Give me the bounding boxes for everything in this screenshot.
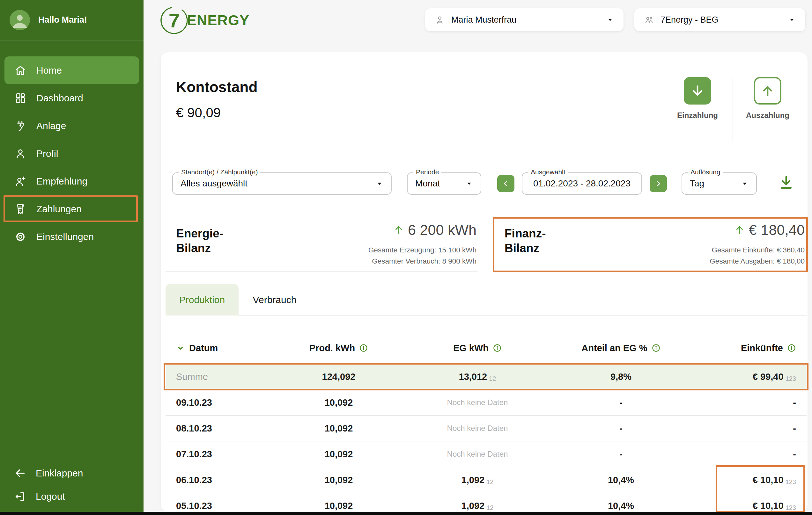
sidebar-greeting: Hallo Maria! <box>38 15 87 25</box>
organisation-select[interactable]: 7Energy - BEG <box>634 8 805 31</box>
chevron-down-icon <box>741 180 749 187</box>
energy-consumption-total: Gesamter Verbrauch: 8 900 kWh <box>368 256 476 267</box>
finance-balance-value: € 180,40 <box>734 222 805 238</box>
table-row: 07.10.23 10,092 Noch keine Daten - - <box>166 442 807 467</box>
person-icon <box>435 14 445 25</box>
logo-text: ENERGY <box>187 12 250 29</box>
date-range-label: Ausgewählt <box>528 168 568 176</box>
app-logo: 7 ENERGY <box>160 6 250 35</box>
chevron-down-icon <box>788 16 796 24</box>
finance-balance-block: Finanz- Bilanz € 180,40 Gesamte Einkünft… <box>494 218 807 272</box>
receipt-icon <box>14 203 27 215</box>
periode-select[interactable]: Periode Monat <box>407 173 481 195</box>
info-icon[interactable] <box>651 343 661 353</box>
avatar <box>9 10 30 30</box>
sidebar-item-label: Einstellungen <box>36 231 94 242</box>
summary-anteil: 9,8% <box>549 372 693 382</box>
summary-eg: 13,01212 <box>406 372 549 382</box>
user-select[interactable]: Maria Musterfrau <box>425 8 624 31</box>
divider <box>238 315 807 315</box>
sidebar-collapse-label: Einklappen <box>36 468 83 479</box>
prev-period-button[interactable] <box>497 175 515 192</box>
table-row: 06.10.23 10,092 1,09212 10,4% € 10,10123 <box>166 467 807 493</box>
sidebar-item-zahlungen[interactable]: Zahlungen <box>0 195 144 223</box>
sidebar-item-anlage[interactable]: Anlage <box>0 112 144 140</box>
finance-income-total: Gesamte Einkünfte: € 360,40 <box>709 245 805 256</box>
gear-icon <box>14 231 27 243</box>
sidebar-item-label: Dashboard <box>36 93 83 103</box>
aufloesung-select[interactable]: Auflösung Tag <box>682 173 757 195</box>
standort-select[interactable]: Standort(e) / Zählpunkt(e) Alles ausgewä… <box>172 173 392 195</box>
arrow-up-icon <box>734 225 745 236</box>
sidebar-logout[interactable]: Logout <box>0 483 144 510</box>
sidebar: Hallo Maria! Home Dashboard Anlage <box>0 0 144 515</box>
arrow-down-icon[interactable] <box>684 77 711 104</box>
info-icon[interactable] <box>493 343 502 353</box>
date-range-field[interactable]: Ausgewählt 01.02.2023 - 28.02.2023 <box>522 173 642 195</box>
logout-icon <box>14 490 26 503</box>
aufloesung-value: Tag <box>690 179 704 189</box>
sidebar-item-label: Home <box>36 65 62 76</box>
dashboard-icon <box>14 92 27 104</box>
table-summary-row: Summe 124,092 13,01212 9,8% € 99,40123 <box>166 365 807 389</box>
finance-balance-details: Gesamte Einkünfte: € 360,40 Gesamte Ausg… <box>709 245 805 267</box>
main-card: Kontostand € 90,09 Einzahlung Auszahlung… <box>161 52 808 512</box>
people-icon <box>644 14 654 25</box>
info-icon[interactable] <box>787 343 796 353</box>
sidebar-nav: Home Dashboard Anlage Profil <box>0 56 144 250</box>
tab-produktion[interactable]: Produktion <box>166 284 238 315</box>
app-screen: Hallo Maria! Home Dashboard Anlage <box>0 0 812 515</box>
aufloesung-label: Auflösung <box>688 168 723 176</box>
summary-prod: 124,092 <box>272 372 406 382</box>
finance-balance-title: Finanz- Bilanz <box>504 226 546 256</box>
arrow-up-icon[interactable] <box>754 77 781 104</box>
column-header-datum[interactable]: Datum <box>176 343 272 354</box>
table-body: 09.10.23 10,092 Noch keine Daten - - 08.… <box>166 390 807 512</box>
arrow-up-icon <box>393 225 404 236</box>
arrow-left-icon <box>14 467 26 479</box>
column-header-prod-kwh: Prod. kWh <box>272 343 406 354</box>
standort-value: Alles ausgewählt <box>180 179 248 189</box>
user-plus-icon <box>14 175 27 188</box>
table-header: Datum Prod. kWh EG kWh Anteil an EG % <box>166 334 807 362</box>
deposit-button[interactable]: Einzahlung <box>674 77 721 120</box>
periode-value: Monat <box>415 179 440 189</box>
organisation-select-value: 7Energy - BEG <box>661 15 719 25</box>
sidebar-item-label: Zahlungen <box>36 204 82 214</box>
sidebar-header: Hallo Maria! <box>0 0 144 40</box>
user-select-value: Maria Musterfrau <box>451 15 516 25</box>
column-header-einkuenfte: Einkünfte <box>693 343 796 354</box>
sidebar-item-dashboard[interactable]: Dashboard <box>0 84 144 112</box>
sort-chevron-down-icon[interactable] <box>176 343 185 353</box>
table-row: 05.10.23 10,092 1,09212 10,4% € 10,10123 <box>166 493 807 512</box>
download-button[interactable] <box>778 174 794 190</box>
sidebar-logout-label: Logout <box>36 491 65 502</box>
window-bottom-edge <box>0 512 812 515</box>
sidebar-item-home[interactable]: Home <box>4 56 139 84</box>
sidebar-item-einstellungen[interactable]: Einstellungen <box>0 223 144 250</box>
user-icon <box>14 147 27 160</box>
deposit-label: Einzahlung <box>674 111 721 120</box>
next-period-button[interactable] <box>650 175 667 192</box>
summary-label: Summe <box>176 372 272 382</box>
sidebar-item-profil[interactable]: Profil <box>0 140 144 167</box>
energy-balance-value: 6 200 kWh <box>393 222 476 238</box>
date-range-value: 01.02.2023 - 28.02.2023 <box>533 179 631 189</box>
home-icon <box>14 64 27 77</box>
balance-value: € 90,09 <box>176 105 258 120</box>
sidebar-item-label: Empfehlung <box>36 176 87 187</box>
tab-verbrauch[interactable]: Verbrauch <box>241 284 308 315</box>
sidebar-item-label: Anlage <box>36 120 66 131</box>
plug-icon <box>14 120 27 132</box>
energy-balance-block: Energie- Bilanz 6 200 kWh Gesamte Erzeug… <box>166 218 478 272</box>
standort-label: Standort(e) / Zählpunkt(e) <box>179 168 260 176</box>
chevron-down-icon <box>606 16 614 24</box>
chevron-down-icon <box>465 180 473 187</box>
sidebar-item-label: Profil <box>36 148 58 159</box>
withdraw-button[interactable]: Auszahlung <box>744 77 791 120</box>
account-balance-block: Kontostand € 90,09 <box>176 79 258 120</box>
withdraw-label: Auszahlung <box>744 111 791 120</box>
sidebar-item-empfehlung[interactable]: Empfehlung <box>0 167 144 195</box>
finance-expenses-total: Gesamte Ausgaben: € 180,00 <box>709 256 805 267</box>
info-icon[interactable] <box>359 343 368 353</box>
